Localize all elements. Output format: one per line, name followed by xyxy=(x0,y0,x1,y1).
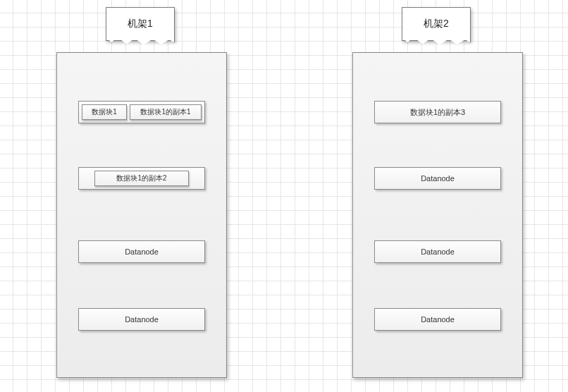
rack2-datanode3: Datanode xyxy=(374,240,501,263)
rack1-datanode2: 数据块1的副本2 xyxy=(78,167,205,190)
rack2-node1-text: 数据块1的副本3 xyxy=(410,107,465,118)
diagram-stage: 机架1 机架2 数据块1 数据块1的副本1 数据块1的副本2 Datanode … xyxy=(0,0,568,392)
rack1-node1-block: 数据块1 xyxy=(82,104,127,120)
rack1-node3-text: Datanode xyxy=(125,247,159,256)
rack2-title-text: 机架2 xyxy=(424,18,449,30)
rack2-node2-text: Datanode xyxy=(421,174,455,183)
rack1-node1-replica-text: 数据块1的副本1 xyxy=(140,107,190,117)
rack1-title-text: 机架1 xyxy=(128,18,153,30)
rack1-title-label: 机架1 xyxy=(106,7,175,41)
rack2-node3-text: Datanode xyxy=(421,247,455,256)
rack1-datanode1: 数据块1 数据块1的副本1 xyxy=(78,101,205,123)
rack1-datanode3: Datanode xyxy=(78,240,205,263)
rack1-container: 数据块1 数据块1的副本1 数据块1的副本2 Datanode Datanode xyxy=(56,52,227,378)
rack1-node2-replica-text: 数据块1的副本2 xyxy=(116,173,166,183)
rack2-datanode4: Datanode xyxy=(374,308,501,331)
rack1-node2-replica: 数据块1的副本2 xyxy=(94,171,189,186)
rack2-container: 数据块1的副本3 Datanode Datanode Datanode xyxy=(352,52,523,378)
rack1-node4-text: Datanode xyxy=(125,315,159,324)
rack2-node4-text: Datanode xyxy=(421,315,455,324)
rack2-title-label: 机架2 xyxy=(402,7,471,41)
rack1-node1-replica: 数据块1的副本1 xyxy=(130,104,202,120)
rack2-datanode1: 数据块1的副本3 xyxy=(374,101,501,123)
rack2-datanode2: Datanode xyxy=(374,167,501,190)
rack1-datanode4: Datanode xyxy=(78,308,205,331)
rack1-node1-block-text: 数据块1 xyxy=(92,107,117,117)
